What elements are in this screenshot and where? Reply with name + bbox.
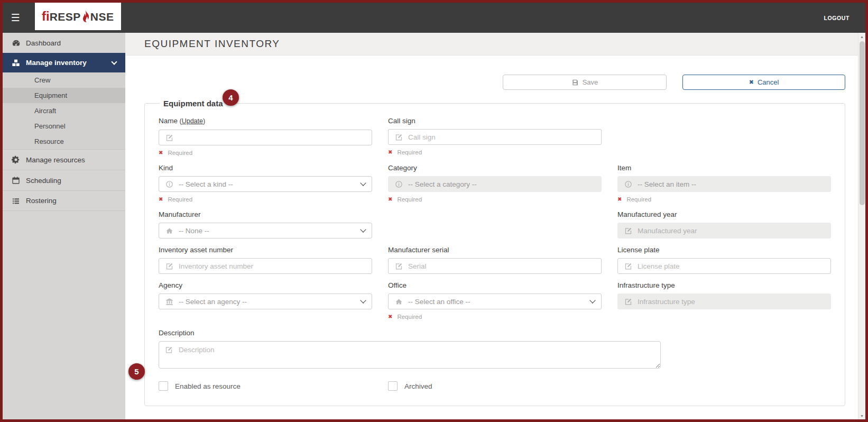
edit-icon: [624, 298, 632, 306]
kind-select-value: -- Select a kind --: [179, 180, 233, 188]
page-header: EQUIPMENT INVENTORY: [125, 33, 858, 56]
save-button-label: Save: [583, 78, 598, 86]
required-indicator: ✖Required: [159, 195, 372, 203]
call-sign-input[interactable]: [408, 133, 595, 141]
cancel-x-icon: ✖: [749, 79, 754, 85]
edit-icon: [165, 134, 173, 142]
inventory-asset-number-input[interactable]: [179, 262, 365, 270]
required-indicator: ✖Required: [388, 313, 602, 320]
main-content: EQUIPMENT INVENTORY Save ✖ Cancel Equipm…: [125, 33, 858, 419]
sidebar-item-scheduling[interactable]: Scheduling: [3, 170, 125, 190]
field-name: Name (Update) ✖Required: [159, 116, 372, 157]
license-plate-input-wrap: [617, 258, 831, 274]
sidebar-item-label: Rostering: [26, 197, 57, 205]
office-label: Office: [388, 281, 602, 290]
checkbox-icon: [159, 381, 168, 391]
sidebar-item-dashboard[interactable]: Dashboard: [3, 33, 125, 53]
logout-button[interactable]: LOGOUT: [824, 15, 849, 21]
scrollbar-up-arrow[interactable]: ▲: [858, 33, 866, 40]
description-textarea[interactable]: [159, 341, 661, 369]
sidebar-item-rostering[interactable]: Rostering: [3, 190, 125, 211]
field-office: Office -- Select an office -- ✖Required: [388, 281, 602, 320]
office-select[interactable]: -- Select an office --: [388, 293, 602, 309]
list-icon: [12, 197, 26, 205]
cancel-button-label: Cancel: [758, 78, 779, 86]
inventory-asset-number-input-wrap: [159, 258, 372, 274]
manufacturer-label: Manufacturer: [159, 210, 372, 219]
sidebar-subitem-label: Resource: [34, 137, 64, 145]
app-logo[interactable]: fi RESP NSE: [35, 3, 121, 30]
inventory-asset-number-label: Inventory asset number: [159, 245, 372, 254]
form-grid: Name (Update) ✖Required Call sign: [159, 116, 831, 327]
chevron-down-icon: [111, 59, 117, 65]
license-plate-input[interactable]: [638, 262, 824, 270]
field-infrastructure-type: Infrastructure type: [617, 281, 831, 320]
sidebar-item-aircraft[interactable]: Aircraft: [3, 103, 125, 118]
scrollbar-down-arrow[interactable]: ▼: [858, 412, 866, 419]
name-input[interactable]: [179, 134, 365, 142]
agency-select[interactable]: -- Select an agency --: [159, 293, 372, 309]
edit-icon: [395, 133, 403, 141]
archived-checkbox[interactable]: Archived: [388, 381, 602, 391]
app-window: ☰ fi RESP NSE LOGOUT Dashboard: [0, 0, 868, 422]
sidebar-item-manage-resources[interactable]: Manage resources: [3, 149, 125, 170]
item-select-value: -- Select an item --: [638, 180, 696, 188]
category-select: -- Select a category --: [388, 176, 602, 192]
sidebar-subitem-label: Equipment: [34, 91, 67, 99]
info-icon: [395, 180, 403, 188]
gear-icon: [12, 155, 26, 164]
sidebar-item-personnel[interactable]: Personnel: [3, 118, 125, 134]
sidebar-item-manage-inventory[interactable]: Manage inventory: [3, 53, 125, 72]
sidebar-item-label: Manage resources: [26, 156, 85, 164]
required-indicator: ✖Required: [159, 149, 372, 157]
error-x-icon: ✖: [159, 150, 163, 155]
field-manufactured-year: Manufactured year: [617, 210, 831, 238]
name-update-link[interactable]: Update: [182, 117, 203, 125]
error-x-icon: ✖: [388, 197, 392, 202]
hamburger-menu-button[interactable]: ☰: [3, 3, 28, 33]
field-call-sign: Call sign ✖Required: [388, 116, 602, 157]
agency-select-value: -- Select an agency --: [179, 298, 247, 306]
page-title: EQUIPMENT INVENTORY: [144, 38, 280, 50]
sidebar-item-equipment[interactable]: Equipment: [3, 88, 125, 103]
info-icon: [165, 180, 173, 188]
chevron-down-icon: [360, 297, 366, 303]
error-x-icon: ✖: [159, 197, 163, 202]
archived-label: Archived: [404, 382, 432, 390]
content-area: Save ✖ Cancel Equipment data Name (Updat…: [125, 56, 858, 419]
error-x-icon: ✖: [388, 314, 392, 319]
sidebar-item-label: Dashboard: [26, 39, 61, 47]
field-inventory-asset-number: Inventory asset number: [159, 245, 372, 274]
fieldset-legend: Equipment data: [160, 99, 227, 108]
manufacturer-select[interactable]: -- None --: [159, 223, 372, 238]
sidebar-item-label: Manage inventory: [26, 59, 87, 67]
cancel-button[interactable]: ✖ Cancel: [682, 75, 845, 90]
manufacturer-serial-input[interactable]: [408, 262, 595, 270]
vertical-scrollbar: ▲ ▼: [858, 33, 865, 419]
scrollbar-thumb[interactable]: [860, 41, 865, 205]
bank-icon: [165, 298, 173, 306]
kind-label: Kind: [159, 163, 372, 172]
sidebar-item-crew[interactable]: Crew: [3, 72, 125, 88]
sidebar-subitem-label: Aircraft: [34, 107, 56, 115]
manufactured-year-input: [638, 227, 824, 235]
edit-icon: [624, 227, 632, 235]
kind-select[interactable]: -- Select a kind --: [159, 176, 372, 192]
enabled-as-resource-label: Enabled as resource: [175, 382, 241, 390]
call-sign-label: Call sign: [388, 116, 602, 125]
field-kind: Kind -- Select a kind -- ✖Required: [159, 163, 372, 203]
checkbox-icon: [388, 381, 398, 391]
sidebar-item-resource[interactable]: Resource: [3, 134, 125, 149]
equipment-data-fieldset: Equipment data Name (Update) ✖Required: [144, 99, 845, 406]
required-indicator: ✖Required: [388, 195, 602, 203]
infrastructure-type-input: [638, 298, 824, 306]
checkbox-row: Enabled as resource Archived: [159, 381, 831, 391]
field-agency: Agency -- Select an agency --: [159, 281, 372, 320]
logo-text-resp: RESP: [50, 11, 81, 22]
save-button[interactable]: Save: [503, 75, 667, 90]
field-category: Category -- Select a category -- ✖Requir…: [388, 163, 602, 203]
info-icon: [624, 180, 632, 188]
sidebar: Dashboard Manage inventory Crew Equipmen…: [3, 33, 125, 419]
error-x-icon: ✖: [617, 197, 622, 202]
enabled-as-resource-checkbox[interactable]: Enabled as resource: [159, 381, 372, 391]
